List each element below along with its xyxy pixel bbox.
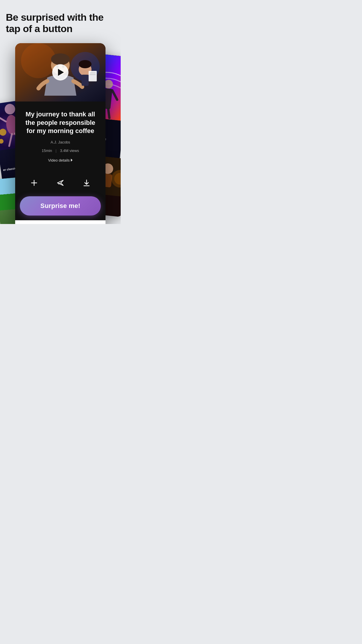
speaker-name: A.J. Jacobs (21, 140, 100, 144)
nav-item-surprise[interactable]: Surprise Me! (51, 223, 69, 224)
download-icon (82, 179, 91, 187)
page-header: Be surprised with the tap of a button (0, 0, 121, 40)
talk-meta: 15min | 3.4M views (21, 148, 100, 153)
surprise-nav-icon (57, 223, 64, 224)
share-button[interactable] (54, 176, 67, 189)
bookmark-icon (75, 224, 82, 224)
search-icon (39, 224, 46, 224)
svg-line-4 (8, 134, 13, 146)
svg-point-25 (51, 53, 70, 65)
chevron-right-icon (71, 159, 73, 162)
home-nav-icon (20, 223, 28, 224)
main-card: My journey to thank all the people respo… (15, 43, 106, 224)
play-icon (58, 69, 64, 76)
video-details-link[interactable]: Video details (21, 158, 100, 162)
nav-item-library[interactable]: My Library (69, 223, 87, 224)
play-button[interactable] (52, 64, 68, 80)
browse-nav-icon (38, 223, 46, 224)
surprise-me-button[interactable]: Surprise me! (20, 196, 101, 216)
page-wrapper: Be surprised with the tap of a button (0, 0, 121, 224)
podcasts-nav-icon (93, 223, 100, 224)
send-icon (56, 179, 64, 187)
main-card-wrapper: My journey to thank all the people respo… (15, 43, 106, 224)
header-title: Be surprised with the tap of a button (6, 12, 103, 34)
svg-rect-33 (89, 71, 97, 81)
talk-views: 3.4M views (60, 148, 79, 153)
svg-point-31 (79, 60, 92, 68)
svg-point-6 (0, 128, 7, 136)
video-thumbnail[interactable] (15, 43, 106, 102)
download-button[interactable] (80, 176, 93, 189)
nav-item-browse[interactable]: Browse (33, 223, 51, 224)
home-icon (21, 224, 28, 224)
card-content: My journey to thank all the people respo… (15, 102, 106, 176)
cards-area: er classical dance on renewable energy (0, 43, 121, 224)
video-details-label: Video details (48, 158, 70, 162)
svg-line-2 (0, 116, 6, 123)
action-buttons (15, 176, 106, 196)
nav-item-podcasts[interactable]: Podcasts (87, 223, 106, 224)
headphones-icon (93, 224, 100, 224)
plus-icon (30, 179, 38, 187)
svg-point-22 (21, 43, 56, 78)
sparkle-icon (57, 223, 64, 224)
svg-rect-32 (82, 75, 89, 86)
meta-divider: | (56, 148, 57, 153)
svg-point-0 (4, 103, 16, 115)
library-nav-icon (75, 223, 82, 224)
talk-title: My journey to thank all the people respo… (21, 110, 100, 135)
nav-item-home[interactable]: Home (15, 223, 33, 224)
talk-duration: 15min (42, 148, 52, 153)
bottom-nav: Home Browse (15, 220, 106, 224)
svg-point-8 (0, 139, 4, 144)
surprise-btn-container: Surprise me! (15, 196, 106, 220)
add-button[interactable] (28, 176, 41, 189)
